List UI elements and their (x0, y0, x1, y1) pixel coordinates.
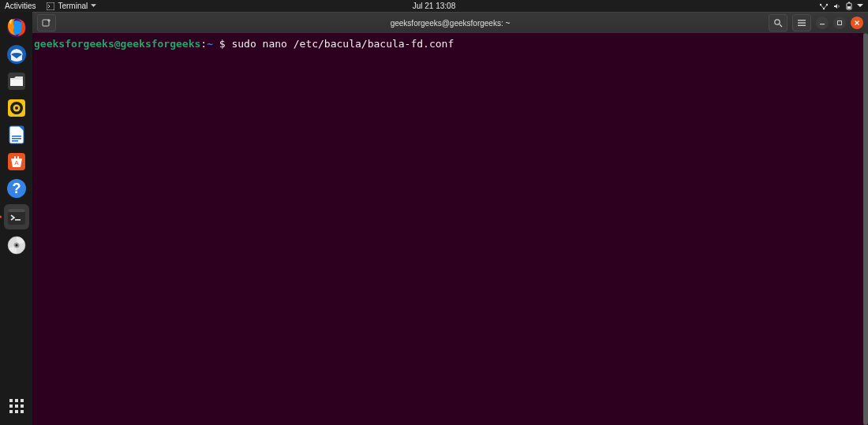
svg-rect-46 (798, 22, 806, 23)
prompt-path: ~ (207, 38, 213, 50)
apps-grid-icon (9, 398, 24, 414)
svg-rect-40 (9, 410, 13, 413)
dock-terminal[interactable] (4, 204, 29, 229)
firefox-icon (6, 17, 27, 38)
svg-rect-19 (12, 140, 18, 142)
svg-rect-36 (21, 399, 24, 402)
app-menu-label: Terminal (58, 2, 88, 10)
terminal-scrollbar[interactable] (863, 33, 868, 425)
svg-rect-35 (15, 399, 18, 402)
battery-icon (846, 2, 852, 10)
prompt-separator: : (200, 38, 207, 50)
dock-help[interactable]: ? (6, 177, 28, 199)
maximize-icon (836, 20, 843, 26)
svg-point-15 (15, 106, 18, 110)
disc-icon (6, 235, 27, 255)
files-icon (6, 71, 27, 91)
thunderbird-icon (6, 44, 27, 65)
new-tab-button[interactable] (37, 14, 56, 32)
svg-text:A: A (14, 159, 19, 166)
window-close-button[interactable] (851, 17, 863, 29)
svg-rect-48 (820, 24, 825, 24)
dock-ubuntu-software[interactable]: A (6, 151, 28, 173)
svg-rect-6 (848, 2, 850, 4)
svg-rect-29 (15, 219, 21, 221)
terminal-viewport[interactable]: geeksforgeeks@geeksforgeeks:~ $ sudo nan… (32, 33, 868, 425)
gnome-top-panel: Activities Terminal Jul 21 13:08 (0, 0, 868, 12)
svg-point-44 (775, 20, 780, 24)
window-titlebar: geeksforgeeks@geeksforgeeks: ~ (32, 12, 868, 33)
dock-libreoffice-writer[interactable] (6, 124, 28, 146)
window-maximize-button[interactable] (833, 17, 846, 29)
svg-rect-11 (10, 80, 23, 86)
search-icon (773, 18, 783, 28)
dock-thunderbird[interactable] (6, 43, 28, 65)
clock-label[interactable]: Jul 21 13:08 (413, 2, 456, 10)
svg-rect-47 (798, 25, 806, 26)
svg-rect-45 (798, 20, 806, 21)
svg-rect-37 (9, 404, 13, 408)
svg-rect-41 (15, 410, 18, 413)
svg-rect-28 (8, 209, 25, 212)
activities-button[interactable]: Activities (5, 2, 36, 10)
svg-rect-38 (15, 404, 18, 408)
rhythmbox-icon (6, 98, 27, 118)
svg-text:?: ? (12, 181, 21, 196)
chevron-down-icon (91, 4, 96, 8)
svg-rect-5 (847, 6, 851, 9)
window-title: geeksforgeeks@geeksforgeeks: ~ (391, 19, 511, 28)
help-icon: ? (6, 178, 27, 199)
hamburger-menu-button[interactable] (792, 14, 811, 32)
ubuntu-software-icon: A (6, 151, 27, 172)
terminal-command: sudo nano /etc/bacula/bacula-fd.conf (231, 38, 454, 50)
new-tab-icon (42, 18, 51, 28)
svg-rect-0 (47, 2, 54, 10)
svg-point-33 (15, 244, 17, 247)
terminal-window: geeksforgeeks@geeksforgeeks: ~ geeksforg… (32, 12, 868, 425)
libreoffice-writer-icon (6, 125, 27, 145)
show-applications-button[interactable] (6, 395, 28, 417)
prompt-user: geeksforgeeks@geeksforgeeks (34, 38, 200, 50)
activities-label: Activities (5, 2, 36, 10)
prompt-symbol: $ (213, 38, 231, 50)
network-icon (819, 2, 829, 10)
terminal-icon (47, 2, 54, 10)
dock: A ? (0, 12, 32, 425)
dock-firefox[interactable] (6, 17, 28, 39)
hamburger-icon (797, 19, 806, 27)
close-icon (854, 20, 860, 26)
dock-rhythmbox[interactable] (6, 97, 28, 119)
scroll-thumb[interactable] (863, 33, 868, 425)
search-button[interactable] (769, 14, 788, 32)
chevron-down-icon (857, 4, 863, 8)
system-status-area[interactable] (819, 2, 863, 10)
svg-rect-39 (21, 404, 24, 408)
svg-rect-18 (12, 138, 21, 140)
svg-rect-42 (21, 410, 24, 413)
svg-rect-49 (838, 21, 842, 25)
volume-icon (833, 2, 841, 10)
svg-rect-17 (12, 136, 21, 137)
terminal-line: geeksforgeeks@geeksforgeeks:~ $ sudo nan… (34, 38, 862, 50)
dock-disc[interactable] (6, 234, 28, 256)
app-menu-terminal[interactable]: Terminal (47, 2, 96, 10)
window-minimize-button[interactable] (816, 17, 829, 29)
svg-rect-34 (9, 399, 13, 402)
dock-files[interactable] (6, 70, 28, 92)
minimize-icon (819, 20, 825, 26)
terminal-app-icon (6, 207, 27, 227)
